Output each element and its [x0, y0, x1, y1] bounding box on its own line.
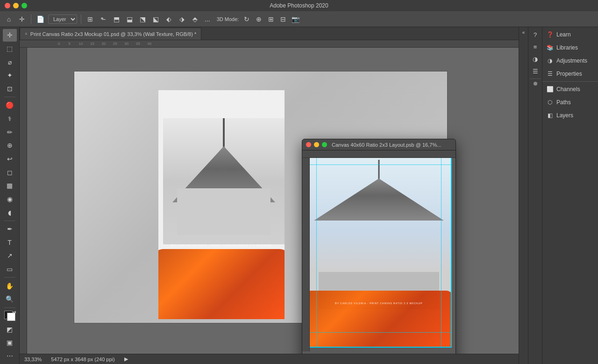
layers-icon: ◧ — [546, 112, 554, 119]
zoom-tool-btn[interactable]: 🔍 — [3, 293, 17, 306]
layer-dropdown[interactable]: Layer — [48, 14, 77, 24]
collapse-right-panel-btn[interactable]: « — [520, 29, 527, 36]
paths-panel-item[interactable]: ⬡ Paths — [542, 96, 598, 109]
3d-pan-icon[interactable]: ⊕ — [254, 14, 264, 24]
blur-tool-btn[interactable]: ◉ — [3, 193, 17, 206]
clone-tool-btn[interactable]: ⊕ — [3, 139, 17, 152]
lasso-tool-btn[interactable]: ⌀ — [3, 56, 17, 68]
adjustments-label: Adjustments — [556, 57, 587, 64]
adjustments-icon-btn[interactable]: ◑ — [530, 53, 541, 64]
properties-label: Properties — [556, 71, 582, 77]
gradient-tool-btn[interactable]: ▦ — [3, 179, 17, 192]
3d-camera-icon[interactable]: 📷 — [290, 14, 300, 24]
float-max-button[interactable] — [322, 142, 327, 147]
float-artwork-credit: BY CARLOS VILORIA - PRINT CANVAS RATIO 2… — [307, 302, 451, 305]
brush-tool-btn[interactable]: ✏ — [3, 126, 17, 138]
3d-scale-icon[interactable]: ⊟ — [278, 14, 288, 24]
move-tool-icon[interactable]: ✛ — [17, 14, 27, 24]
dodge-tool-btn[interactable]: ◖ — [3, 206, 17, 219]
home-icon[interactable]: ⌂ — [4, 14, 14, 24]
3d-mode-label: 3D Mode: — [217, 16, 239, 22]
canvas-row: BY CARLOS VILORIA - PRINT CANVAS RATIO 2… — [20, 48, 519, 354]
libraries-icon-btn[interactable]: ≡ — [530, 41, 541, 52]
float-title-bar: Canvas 40x60 Ratio 2x3 Layout.psb @ 16,7… — [302, 139, 456, 150]
extra-btn[interactable]: ⋯ — [3, 350, 17, 363]
properties-icon: ☰ — [546, 70, 554, 78]
right-panel-list: ❓ Learn 📚 Libraries ◑ Adjustments ☰ Prop… — [542, 27, 598, 364]
right-panel-separator — [542, 81, 598, 82]
layers-label: Layers — [556, 112, 573, 119]
document-icon[interactable]: 📄 — [35, 14, 45, 24]
orange-flowers — [158, 249, 285, 319]
crop-tool-btn[interactable]: ⊡ — [3, 83, 17, 95]
align-right-icon[interactable]: ⬓ — [124, 14, 135, 24]
active-tab[interactable]: × Print Canvas Ratio 2x3 Mockup 01.psd @… — [20, 28, 201, 40]
eraser-tool-btn[interactable]: ◻ — [3, 166, 17, 178]
healing-tool-btn[interactable]: ⚕ — [3, 113, 17, 125]
libraries-label: Libraries — [556, 44, 578, 51]
close-button[interactable] — [5, 3, 10, 8]
float-min-button[interactable] — [314, 142, 319, 147]
paths-label: Paths — [556, 99, 571, 106]
tab-title: Print Canvas Ratio 2x3 Mockup 01.psd @ 3… — [30, 31, 196, 37]
canvas-workspace[interactable]: BY CARLOS VILORIA - PRINT CANVAS RATIO 2… — [27, 48, 519, 354]
adjustments-panel-item[interactable]: ◑ Adjustments — [542, 54, 598, 67]
selection-tool-btn[interactable]: ⬚ — [3, 43, 17, 55]
distribute-top-icon[interactable]: ⬕ — [150, 14, 161, 24]
move-tool-btn[interactable]: ✛ — [3, 29, 17, 42]
learn-icon-btn[interactable]: ? — [530, 29, 541, 40]
tab-close-btn[interactable]: × — [25, 31, 28, 36]
libraries-icon: 📚 — [546, 44, 554, 51]
float-close-button[interactable] — [306, 142, 311, 147]
align-center-h-icon[interactable]: ⬒ — [111, 14, 121, 24]
distribute-bottom-icon[interactable]: ⬗ — [177, 14, 187, 24]
layers-panel-item[interactable]: ◧ Layers — [542, 109, 598, 122]
history-tool-btn[interactable]: ↩ — [3, 153, 17, 165]
3d-move-icon[interactable]: ⊞ — [266, 14, 276, 24]
distribute-center-v-icon[interactable]: ⬖ — [164, 14, 174, 24]
title-bar-buttons — [5, 3, 27, 8]
float-temple-roof — [314, 178, 444, 221]
guide-vertical-left — [316, 155, 317, 347]
temple-image — [163, 118, 285, 244]
align-sep-icon[interactable]: ⬔ — [137, 14, 148, 24]
properties-icon-btn[interactable]: ☰ — [530, 65, 541, 77]
minimize-button[interactable] — [13, 3, 19, 8]
float-canvas-area: BY CARLOS VILORIA - PRINT CANVAS RATIO 2… — [302, 150, 456, 354]
eyedropper-tool-btn[interactable]: 🔴 — [3, 99, 17, 112]
path-selection-tool-btn[interactable]: ↗ — [3, 250, 17, 262]
3d-rotate-icon[interactable]: ↻ — [242, 14, 252, 24]
more-options-icon[interactable]: ... — [205, 15, 210, 23]
learn-icon: ❓ — [546, 31, 554, 38]
adjustments-icon: ◑ — [546, 57, 554, 64]
libraries-panel-item[interactable]: 📚 Libraries — [542, 41, 598, 54]
float-ruler-v — [302, 158, 310, 351]
channels-panel-item[interactable]: ⬜ Channels — [542, 83, 598, 96]
hand-tool-btn[interactable]: ✋ — [3, 279, 17, 292]
text-tool-btn[interactable]: T — [3, 236, 17, 249]
align-left-icon[interactable]: ⬑ — [98, 14, 108, 24]
float-window-title: Canvas 40x60 Ratio 2x3 Layout.psb @ 16,7… — [332, 142, 452, 148]
distribute-sep-icon[interactable]: ⬘ — [190, 14, 200, 24]
ruler-vertical — [20, 48, 27, 354]
learn-panel-item[interactable]: ❓ Learn — [542, 28, 598, 41]
status-arrow[interactable]: ▶ — [124, 356, 128, 362]
quick-mask-btn[interactable]: ◩ — [3, 323, 17, 335]
app-title: Adobe Photoshop 2020 — [270, 2, 328, 9]
pen-tool-btn[interactable]: ✒ — [3, 223, 17, 236]
temple-body — [177, 188, 271, 235]
screen-mode-btn[interactable]: ▣ — [3, 336, 17, 349]
shape-tool-btn[interactable]: ▭ — [3, 263, 17, 276]
maximize-button[interactable] — [21, 3, 27, 8]
color-swatches[interactable]: ⇄ — [3, 310, 16, 322]
right-collapse-strip: « — [519, 27, 528, 364]
toolbar-separator-2 — [81, 14, 81, 24]
dot-indicator — [534, 82, 537, 86]
magic-wand-tool-btn[interactable]: ✦ — [3, 69, 17, 82]
float-artwork: BY CARLOS VILORIA - PRINT CANVAS RATIO 2… — [306, 154, 452, 348]
swap-colors-icon[interactable]: ⇄ — [13, 310, 16, 314]
guide-horizontal-top — [307, 164, 451, 165]
floating-canvas-window[interactable]: Canvas 40x60 Ratio 2x3 Layout.psb @ 16,7… — [302, 139, 456, 354]
grid-icon[interactable]: ⊞ — [85, 14, 95, 24]
properties-panel-item[interactable]: ☰ Properties — [542, 67, 598, 80]
